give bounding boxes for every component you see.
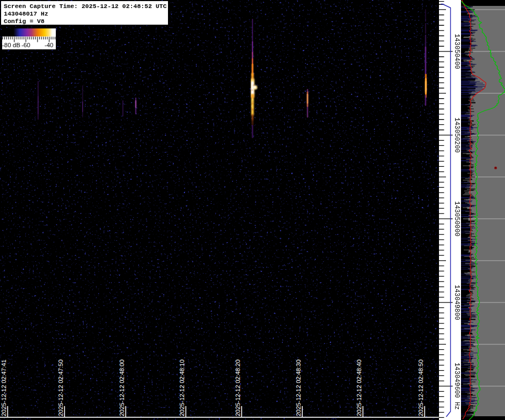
svg-text:Config = V8: Config = V8 <box>4 18 45 25</box>
svg-text:2025-12-12 02:47:50: 2025-12-12 02:47:50 <box>57 359 64 416</box>
svg-text:2025-12-12 02:48:10: 2025-12-12 02:48:10 <box>179 359 185 416</box>
svg-text:143050200: 143050200 <box>453 117 460 153</box>
svg-text:2025-12-12 02:48:20: 2025-12-12 02:48:20 <box>235 359 241 416</box>
svg-text:2025-12-12 02:48:50: 2025-12-12 02:48:50 <box>418 359 424 416</box>
svg-text:143050000: 143050000 <box>453 201 460 237</box>
svg-text:143049600 Hz: 143049600 Hz <box>453 363 460 410</box>
svg-text:2025-12-12 02:47:41: 2025-12-12 02:47:41 <box>1 359 7 416</box>
svg-text:2025-12-12 02:48:30: 2025-12-12 02:48:30 <box>295 359 302 416</box>
svg-text:143049800: 143049800 <box>453 285 460 320</box>
svg-text:2025-12-12 02:48:40: 2025-12-12 02:48:40 <box>356 359 362 416</box>
svg-text:2025-12-12 02:48:00: 2025-12-12 02:48:00 <box>119 359 125 416</box>
svg-text:-40: -40 <box>45 42 54 48</box>
svg-text:Screen Capture Time: 2025-12-1: Screen Capture Time: 2025-12-12 02:48:52… <box>4 3 167 10</box>
svg-text:143050400: 143050400 <box>453 34 460 69</box>
svg-text:143048017 Hz: 143048017 Hz <box>4 10 48 17</box>
svg-text:-80 dB: -80 dB <box>2 42 20 48</box>
svg-text:-60: -60 <box>21 42 31 48</box>
